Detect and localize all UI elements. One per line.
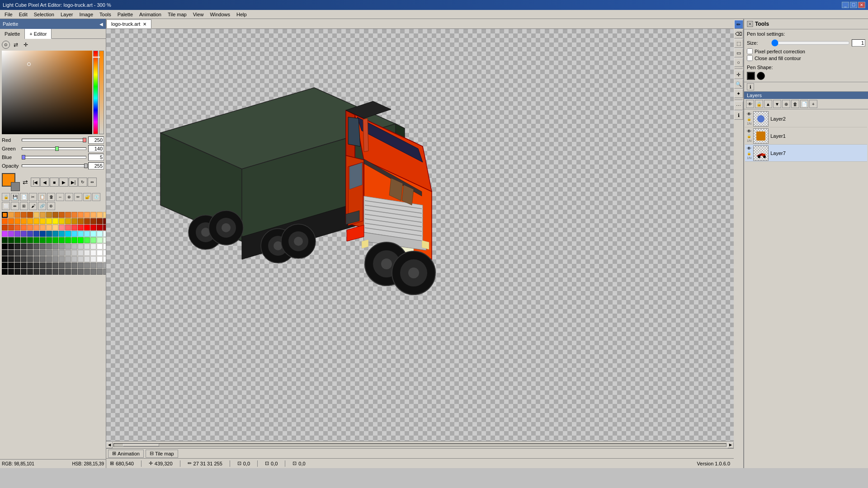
eyedropper-tool-btn[interactable]: ✦ xyxy=(734,89,743,98)
h-scroll-track[interactable] xyxy=(113,443,726,447)
swap-colors-icon[interactable]: ⇄ xyxy=(12,41,20,49)
palette-cell[interactable] xyxy=(27,250,33,256)
green-value[interactable] xyxy=(88,145,104,152)
anim-prev-btn[interactable]: ◀ xyxy=(40,178,49,187)
palette-cell[interactable] xyxy=(78,263,84,268)
palette-cell[interactable] xyxy=(65,256,71,262)
palette-cell[interactable] xyxy=(2,212,8,218)
close-fill-checkbox[interactable] xyxy=(747,55,753,61)
palette-cell[interactable] xyxy=(2,256,8,262)
palette-cell[interactable] xyxy=(78,218,84,224)
palette-cell[interactable] xyxy=(21,263,27,268)
palette-cell[interactable] xyxy=(2,237,8,243)
transform-tool-btn[interactable]: ⊕ xyxy=(65,193,73,201)
palette-cell[interactable] xyxy=(78,237,84,243)
palette-cell[interactable] xyxy=(78,269,84,275)
palette-cell[interactable] xyxy=(21,225,27,230)
floppy-tool-btn[interactable]: 💿 xyxy=(92,193,100,201)
reset-colors-icon[interactable]: ⊙ xyxy=(2,41,10,49)
anim-loop-btn[interactable]: ↻ xyxy=(78,178,87,187)
palette-cell[interactable] xyxy=(14,244,20,249)
menu-animation[interactable]: Animation xyxy=(137,10,164,19)
menu-layer[interactable]: Layer xyxy=(58,10,76,19)
palette-cell[interactable] xyxy=(33,231,39,237)
swap-arrow-icon[interactable]: ⇄ xyxy=(23,178,28,186)
size-slider[interactable] xyxy=(771,39,850,47)
hue-slider[interactable] xyxy=(93,51,98,134)
palette-cell[interactable] xyxy=(52,225,58,230)
palette-cell[interactable] xyxy=(14,231,20,237)
palette-cell[interactable] xyxy=(90,237,96,243)
menu-windows[interactable]: Windows xyxy=(207,10,233,19)
eyedropper-icon[interactable]: ✛ xyxy=(22,41,30,49)
layer-row-layer1[interactable]: 👁 🔒 1N Layer1 xyxy=(745,127,867,145)
palette-cell[interactable] xyxy=(14,256,20,262)
layer7-visibility-icon[interactable]: 👁 xyxy=(747,146,751,151)
layer-row-layer7[interactable]: 👁 🔒 1N xyxy=(745,145,867,162)
palette-cell[interactable] xyxy=(84,250,90,256)
grid-tool-btn[interactable]: ⊞ xyxy=(20,202,28,210)
palette-cell[interactable] xyxy=(90,244,96,249)
zoom-tool-btn[interactable]: 🔍 xyxy=(734,80,743,89)
move-tool-btn[interactable]: ✛ xyxy=(734,70,743,79)
palette-cell[interactable] xyxy=(40,212,46,218)
palette-cell[interactable] xyxy=(27,237,33,243)
palette-cell[interactable] xyxy=(2,250,8,256)
menu-image[interactable]: Image xyxy=(77,10,96,19)
lock-tool-btn[interactable]: 🔒 xyxy=(2,193,10,201)
layer-lock-btn[interactable]: 🔒 xyxy=(755,100,763,108)
palette-cell[interactable] xyxy=(71,225,77,230)
palette-cell[interactable] xyxy=(40,269,46,275)
palette-cell[interactable] xyxy=(71,263,77,268)
palette-cell[interactable] xyxy=(52,250,58,256)
palette-cell[interactable] xyxy=(27,212,33,218)
palette-cell[interactable] xyxy=(14,218,20,224)
palette-cell[interactable] xyxy=(46,218,52,224)
palette-cell[interactable] xyxy=(40,225,46,230)
palette-cell[interactable] xyxy=(21,237,27,243)
palette-cell[interactable] xyxy=(2,244,8,249)
palette-cell[interactable] xyxy=(103,256,106,262)
palette-cell[interactable] xyxy=(78,212,84,218)
blue-value[interactable] xyxy=(88,154,104,161)
palette-cell[interactable] xyxy=(14,250,20,256)
palette-cell[interactable] xyxy=(59,218,65,224)
palette-cell[interactable] xyxy=(84,269,90,275)
palette-cell[interactable] xyxy=(46,250,52,256)
palette-cell[interactable] xyxy=(59,231,65,237)
palette-cell[interactable] xyxy=(8,256,14,262)
palette-cell[interactable] xyxy=(2,263,8,268)
palette-cell[interactable] xyxy=(103,250,106,256)
palette-cell[interactable] xyxy=(59,244,65,249)
editor-tab-logo-truck[interactable]: logo-truck.art ✕ xyxy=(106,19,151,28)
palette-cell[interactable] xyxy=(65,244,71,249)
palette-cell[interactable] xyxy=(78,225,84,230)
palette-cell[interactable] xyxy=(2,269,8,275)
secondary-color-swatch[interactable] xyxy=(11,182,20,191)
palette-cell[interactable] xyxy=(59,256,65,262)
palette-cell[interactable] xyxy=(33,218,39,224)
palette-cell[interactable] xyxy=(90,231,96,237)
palette-cell[interactable] xyxy=(14,225,20,230)
size-value-input[interactable] xyxy=(852,39,865,47)
palette-cell[interactable] xyxy=(97,244,103,249)
palette-cell[interactable] xyxy=(21,231,27,237)
layer-move-up-btn[interactable]: ▲ xyxy=(764,100,772,108)
palette-cell[interactable] xyxy=(84,237,90,243)
palette-cell[interactable] xyxy=(33,250,39,256)
palette-cell[interactable] xyxy=(40,250,46,256)
palette-cell[interactable] xyxy=(52,263,58,268)
palette-cell[interactable] xyxy=(33,256,39,262)
palette-cell[interactable] xyxy=(103,263,106,268)
cut-tool-btn[interactable]: ✂ xyxy=(29,193,37,201)
layer-duplicate-btn[interactable]: 📄 xyxy=(800,100,808,108)
scroll-left-btn[interactable]: ◀ xyxy=(106,442,113,448)
palette-cell[interactable] xyxy=(27,269,33,275)
palette-cell[interactable] xyxy=(46,237,52,243)
palette-cell[interactable] xyxy=(103,269,106,275)
palette-cell[interactable] xyxy=(90,263,96,268)
palette-cell[interactable] xyxy=(2,231,8,237)
minimize-button[interactable]: _ xyxy=(842,2,849,8)
palette-cell[interactable] xyxy=(65,237,71,243)
palette-cell[interactable] xyxy=(40,256,46,262)
